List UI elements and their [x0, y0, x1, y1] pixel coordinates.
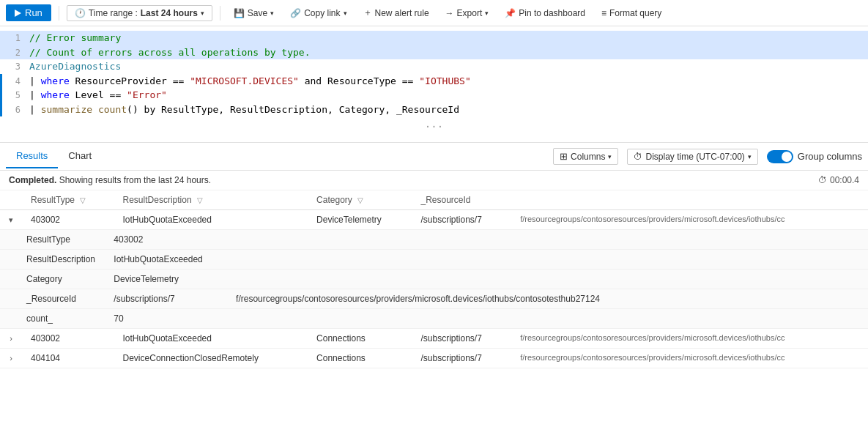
code-line-2: // Count of errors across all operations… [29, 45, 311, 60]
prop-label-category: Category [9, 274, 111, 284]
results-table: ResultType ▽ ResultDescription ▽ Categor… [0, 190, 868, 368]
plus-icon: ＋ [363, 7, 372, 19]
code-line-5: | where Level == "Error" [29, 88, 167, 103]
export-button[interactable]: → Export ▾ [439, 6, 495, 21]
time-range-button[interactable]: 🕐 Time range : Last 24 hours ▾ [67, 5, 212, 21]
editor-more-indicator: ··· [0, 116, 868, 138]
col-header-resource-id: _ResourceId [412, 190, 511, 210]
filter-icon-result-description[interactable]: ▽ [197, 196, 203, 204]
filter-icon-category[interactable]: ▽ [357, 196, 363, 204]
export-label: Export [457, 8, 483, 18]
format-icon: ≡ [601, 8, 607, 18]
cell-extra-2: f/resourcegroups/contosoresources/provid… [511, 329, 868, 349]
columns-chevron-icon: ▾ [608, 153, 612, 160]
table-row: › 403002 IotHubQuotaExceeded Connections… [0, 329, 868, 349]
prop-value-count: 70 [114, 313, 123, 324]
expand-col-header [0, 190, 22, 210]
cell-extra-3: f/resourcegroups/contosoresources/provid… [511, 349, 868, 368]
pin-label: Pin to dashboard [519, 8, 585, 18]
cell-category-1: DeviceTelemetry [308, 210, 412, 230]
line-number-6: 6 [6, 103, 21, 116]
cell-resource-id-2: /subscriptions/7 [412, 329, 511, 349]
editor-line-6: 6 | summarize count() by ResultType, Res… [0, 103, 868, 117]
prop-label-result-desc: ResultDescription [9, 254, 111, 264]
time-range-value: Last 24 hours [141, 8, 198, 18]
code-line-6: | summarize count() by ResultType, Resul… [29, 103, 459, 117]
cell-result-type-3: 404104 [22, 349, 114, 368]
timer-icon: ⏱ [818, 175, 827, 185]
code-line-3: AzureDiagnostics [29, 59, 121, 74]
expand-cell-1[interactable]: ▾ [0, 210, 22, 230]
col-header-result-description: ResultDescription ▽ [114, 190, 308, 210]
prop-value-result-desc: IotHubQuotaExceeded [114, 254, 202, 264]
new-alert-button[interactable]: ＋ New alert rule [357, 4, 435, 21]
columns-button[interactable]: ⊞ Columns ▾ [553, 148, 618, 165]
time-range-label: Time range : [89, 8, 138, 18]
format-label: Format query [609, 8, 661, 18]
separator-1 [59, 6, 59, 21]
cell-category-2: Connections [308, 329, 412, 349]
display-time-button[interactable]: ⏱ Display time (UTC-07:00) ▾ [627, 149, 757, 165]
detail-row-count: count_ 70 [0, 309, 868, 329]
save-icon: 💾 [234, 8, 245, 18]
row-expand-icon-2[interactable]: › [10, 334, 12, 343]
pin-icon: 📌 [505, 8, 516, 18]
run-button[interactable]: Run [6, 4, 51, 21]
expand-cell-2[interactable]: › [0, 329, 22, 349]
detail-row-resource-id: _ResourceId /subscriptions/7 f/resourceg… [0, 289, 868, 309]
cell-resource-id-3: /subscriptions/7 [412, 349, 511, 368]
code-line-4: | where ResourceProvider == "MICROSOFT.D… [29, 74, 471, 89]
col-header-category: Category ▽ [308, 190, 412, 210]
elapsed-time: 00:00.4 [830, 175, 859, 185]
line-number-5: 5 [6, 88, 21, 102]
detail-row-result-type: ResultType 403002 [0, 230, 868, 250]
cell-extra-1: f/resourcegroups/contosoresources/provid… [511, 210, 868, 230]
toolbar: Run 🕐 Time range : Last 24 hours ▾ 💾 Sav… [0, 0, 868, 26]
status-text: Showing results from the last 24 hours. [59, 175, 211, 185]
status-message: Completed. Showing results from the last… [9, 175, 211, 185]
format-button[interactable]: ≡ Format query [596, 6, 667, 21]
results-table-wrap: ResultType ▽ ResultDescription ▽ Categor… [0, 190, 868, 368]
group-columns-toggle-wrap: Group columns [767, 150, 862, 163]
link-icon: 🔗 [290, 8, 301, 18]
separator-2 [220, 6, 220, 21]
copy-link-chevron-icon: ▾ [344, 10, 347, 17]
cell-result-desc-3: DeviceConnectionClosedRemotely [114, 349, 308, 368]
export-icon: → [445, 8, 454, 18]
save-button[interactable]: 💾 Save ▾ [228, 6, 280, 21]
pin-button[interactable]: 📌 Pin to dashboard [499, 6, 591, 21]
export-chevron-icon: ▾ [485, 10, 489, 17]
filter-icon-result-type[interactable]: ▽ [80, 196, 86, 204]
status-bar: Completed. Showing results from the last… [0, 171, 868, 190]
editor-line-1: 1 // Error summary [0, 31, 868, 45]
new-alert-label: New alert rule [375, 8, 429, 18]
editor-line-4: 4 | where ResourceProvider == "MICROSOFT… [0, 74, 868, 89]
expand-cell-3[interactable]: › [0, 349, 22, 368]
status-completed: Completed. [9, 175, 56, 185]
copy-link-label: Copy link [304, 8, 340, 18]
col-header-extra [511, 190, 868, 210]
detail-row-result-desc: ResultDescription IotHubQuotaExceeded [0, 250, 868, 270]
row-expand-icon-1[interactable]: ▾ [9, 215, 13, 224]
cell-resource-id-1: /subscriptions/7 [412, 210, 511, 230]
line-number-3: 3 [6, 59, 21, 73]
clock-icon-2: ⏱ [634, 152, 642, 162]
save-chevron-icon: ▾ [270, 10, 274, 17]
detail-row-category: Category DeviceTelemetry [0, 270, 868, 289]
group-columns-toggle[interactable] [767, 150, 793, 163]
row-expand-icon-3[interactable]: › [10, 354, 12, 363]
editor-line-5: 5 | where Level == "Error" [0, 88, 868, 103]
cell-result-desc-1: IotHubQuotaExceeded [114, 210, 308, 230]
toggle-thumb [782, 152, 792, 162]
cell-category-3: Connections [308, 349, 412, 368]
columns-label: Columns [571, 152, 605, 162]
prop-value-resource-id: /subscriptions/7 f/resourcegroups/contos… [114, 294, 600, 304]
table-header-row: ResultType ▽ ResultDescription ▽ Categor… [0, 190, 868, 210]
copy-link-button[interactable]: 🔗 Copy link ▾ [284, 6, 352, 21]
line-number-2: 2 [6, 45, 21, 59]
line-number-1: 1 [6, 31, 21, 45]
run-label: Run [25, 7, 42, 18]
tab-results[interactable]: Results [6, 144, 58, 168]
query-editor[interactable]: 1 // Error summary 2 // Count of errors … [0, 26, 868, 143]
tab-chart[interactable]: Chart [58, 144, 102, 168]
